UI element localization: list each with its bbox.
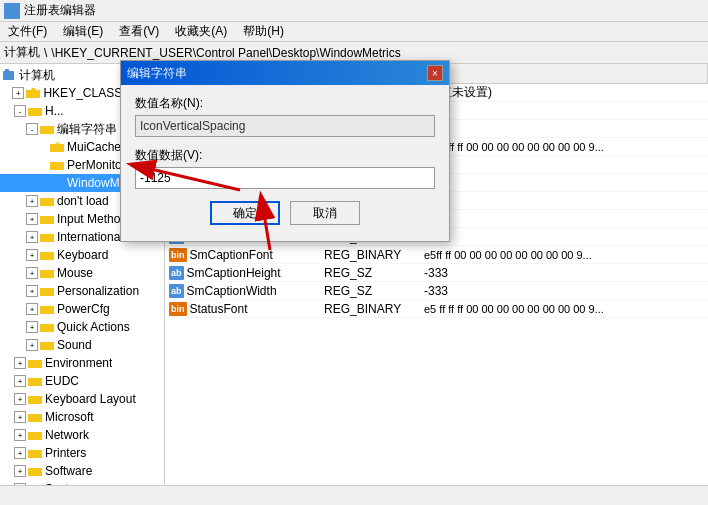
- ok-button[interactable]: 确定: [210, 201, 280, 225]
- data-field-group: 数值数据(V):: [135, 147, 435, 189]
- dialog-title-bar: 编辑字符串 ×: [121, 61, 449, 85]
- data-label: 数值数据(V):: [135, 147, 435, 164]
- dialog-content: 数值名称(N): IconVerticalSpacing 数值数据(V): 确定…: [121, 85, 449, 241]
- edit-string-dialog: 编辑字符串 × 数值名称(N): IconVerticalSpacing 数值数…: [120, 60, 450, 242]
- name-value: IconVerticalSpacing: [135, 115, 435, 137]
- cancel-button[interactable]: 取消: [290, 201, 360, 225]
- data-input[interactable]: [135, 167, 435, 189]
- name-label: 数值名称(N):: [135, 95, 435, 112]
- name-field-group: 数值名称(N): IconVerticalSpacing: [135, 95, 435, 137]
- dialog-close-button[interactable]: ×: [427, 65, 443, 81]
- dialog-overlay: 编辑字符串 × 数值名称(N): IconVerticalSpacing 数值数…: [0, 0, 708, 505]
- dialog-buttons: 确定 取消: [135, 201, 435, 231]
- dialog-title: 编辑字符串: [127, 65, 187, 82]
